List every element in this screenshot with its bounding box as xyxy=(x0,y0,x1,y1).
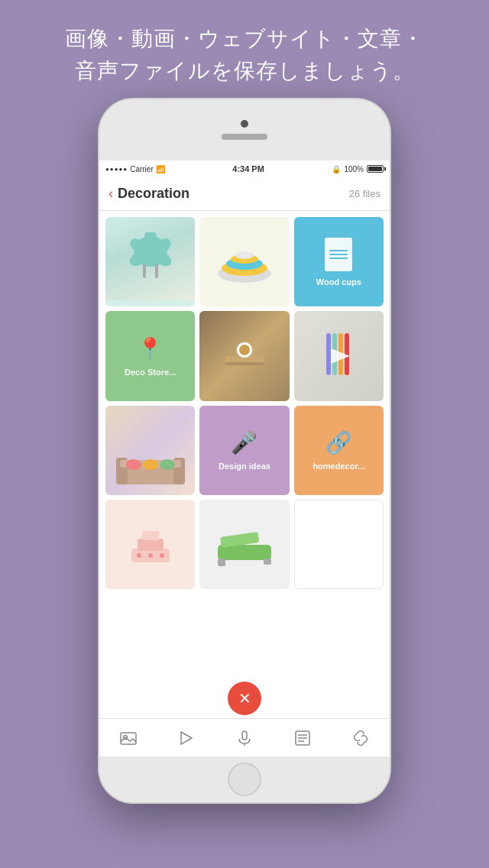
phone-top xyxy=(99,99,390,160)
link-tab-icon xyxy=(352,730,369,747)
location-icon: 📍 xyxy=(137,336,164,361)
document-icon xyxy=(325,238,352,271)
lock-icon: 🔒 xyxy=(332,165,341,173)
grid-item-10[interactable] xyxy=(105,500,195,589)
audio-tab-icon xyxy=(236,730,253,747)
deco-store-label: Deco Store... xyxy=(121,368,179,377)
nav-bar: ‹ Decoration 26 files xyxy=(99,177,390,211)
grid-item-2[interactable] xyxy=(199,217,289,306)
status-time: 4:34 PM xyxy=(232,164,264,173)
grid-item-4[interactable]: 📍 Deco Store... xyxy=(105,311,195,400)
grid-item-1[interactable] xyxy=(105,217,195,306)
svg-rect-6 xyxy=(143,264,146,278)
signal-dots: ●●●●● xyxy=(105,166,128,173)
video-tab-icon xyxy=(178,730,195,747)
phone-screen: ●●●●● Carrier 📶 4:34 PM 🔒 100% ‹ Decorat… xyxy=(99,160,390,756)
speaker xyxy=(222,134,267,140)
bg-text-line1: 画像・動画・ウェブサイト・文章・ xyxy=(0,23,489,55)
text-tab-icon xyxy=(294,730,311,747)
grid-item-8[interactable]: 🎤 Design ideas xyxy=(199,406,289,495)
doc-line-1 xyxy=(329,250,348,251)
tab-link[interactable] xyxy=(344,721,377,755)
doc-line-3 xyxy=(329,257,348,259)
nav-title: Decoration xyxy=(118,186,349,202)
bg-text-line2: 音声ファイルを保存しましょう。 xyxy=(0,55,489,87)
grid-item-6[interactable] xyxy=(294,311,384,400)
grid: Wood cups 📍 Deco Store... xyxy=(105,217,384,589)
svg-rect-19 xyxy=(345,333,349,375)
tab-audio[interactable] xyxy=(228,721,261,755)
grid-item-5[interactable] xyxy=(199,311,289,400)
close-icon: ✕ xyxy=(238,689,251,708)
svg-rect-37 xyxy=(218,559,225,566)
design-ideas-label: Design ideas xyxy=(215,462,274,471)
tab-photo[interactable] xyxy=(112,721,145,755)
close-button[interactable]: ✕ xyxy=(228,682,261,715)
background-text: 画像・動画・ウェブサイト・文章・ 音声ファイルを保存しましょう。 xyxy=(0,23,489,87)
home-button[interactable] xyxy=(228,763,261,796)
svg-point-28 xyxy=(160,459,175,470)
chair-svg xyxy=(128,232,173,286)
svg-rect-20 xyxy=(326,333,331,375)
camera xyxy=(241,120,248,128)
carrier-label: Carrier xyxy=(130,165,154,173)
close-button-area: ✕ xyxy=(99,679,390,718)
tools-svg xyxy=(316,329,361,383)
svg-point-12 xyxy=(235,251,254,259)
bowls-svg xyxy=(214,239,275,285)
living-svg xyxy=(112,439,189,492)
battery-fill xyxy=(368,167,382,171)
svg-point-33 xyxy=(148,553,153,558)
wifi-icon: 📶 xyxy=(156,165,165,173)
svg-rect-42 xyxy=(242,731,247,740)
grid-item-3[interactable]: Wood cups xyxy=(294,217,384,306)
tab-bar xyxy=(99,718,390,756)
phone-frame: ●●●●● Carrier 📶 4:34 PM 🔒 100% ‹ Decorat… xyxy=(99,99,390,802)
cake-svg xyxy=(124,522,177,568)
battery-percent: 100% xyxy=(344,165,364,173)
svg-point-32 xyxy=(137,553,141,558)
coffee-svg xyxy=(222,333,267,379)
svg-point-34 xyxy=(160,553,164,558)
back-button[interactable]: ‹ xyxy=(108,186,113,202)
svg-marker-41 xyxy=(181,732,192,744)
home-button-area xyxy=(99,756,390,802)
svg-point-16 xyxy=(239,345,250,355)
svg-rect-39 xyxy=(121,733,136,744)
tab-video[interactable] xyxy=(170,721,203,755)
svg-rect-38 xyxy=(264,559,271,565)
grid-item-7[interactable] xyxy=(105,406,195,495)
svg-rect-30 xyxy=(138,539,164,551)
link-icon: 🔗 xyxy=(325,430,352,455)
grid-item-12[interactable] xyxy=(294,500,384,589)
battery-icon xyxy=(367,165,384,173)
grid-item-9[interactable]: 🔗 homedecor... xyxy=(294,406,384,495)
svg-rect-7 xyxy=(155,264,158,278)
grid-area: Wood cups 📍 Deco Store... xyxy=(99,211,390,679)
svg-rect-31 xyxy=(142,531,159,540)
svg-point-26 xyxy=(126,459,141,470)
svg-rect-14 xyxy=(225,362,264,365)
doc-line-2 xyxy=(329,254,348,255)
photo-tab-icon xyxy=(120,730,137,747)
status-bar: ●●●●● Carrier 📶 4:34 PM 🔒 100% xyxy=(99,160,390,177)
homedecor-label: homedecor... xyxy=(309,462,368,471)
svg-point-27 xyxy=(143,459,158,470)
file-count: 26 files xyxy=(349,188,381,199)
grid-item-11[interactable] xyxy=(199,500,289,589)
lounge-svg xyxy=(214,522,275,568)
status-left: ●●●●● Carrier 📶 xyxy=(105,165,165,173)
wood-cups-label: Wood cups xyxy=(313,277,364,287)
status-right: 🔒 100% xyxy=(332,165,384,173)
mic-icon: 🎤 xyxy=(231,430,257,455)
tab-text[interactable] xyxy=(286,721,319,755)
